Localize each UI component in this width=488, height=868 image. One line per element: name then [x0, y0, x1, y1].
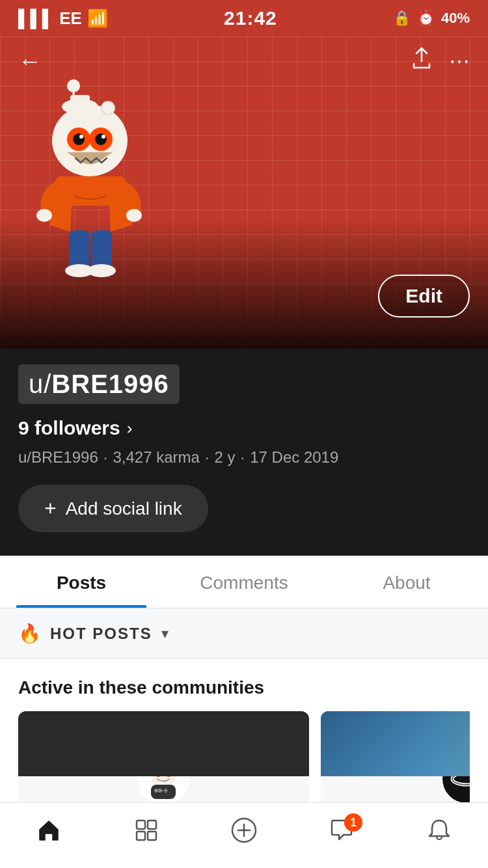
tab-posts[interactable]: Posts [0, 556, 163, 608]
back-button[interactable]: ← [18, 47, 42, 75]
banner-actions: ⋯ [410, 47, 470, 75]
svg-point-18 [87, 264, 116, 277]
join-date: 17 Dec 2019 [250, 448, 338, 467]
username-prefix: u/ [29, 370, 51, 398]
chat-badge: 1 [344, 813, 362, 832]
svg-point-5 [102, 102, 115, 115]
followers-count: 9 followers [18, 417, 120, 439]
stats-row: u/BRE1996 · 3,427 karma · 2 y · 17 Dec 2… [18, 448, 470, 467]
followers-row[interactable]: 9 followers › [18, 417, 470, 439]
tabs-bar: Posts Comments About [0, 556, 488, 608]
status-left: ▌▌▌ EE 📶 [18, 8, 108, 29]
karma-value: 3,427 karma [113, 448, 199, 467]
fire-icon: 🔥 [18, 623, 41, 644]
carrier-label: EE [59, 8, 82, 29]
svg-rect-26 [151, 785, 176, 799]
profile-info: u/BRE1996 9 followers › u/BRE1996 · 3,42… [0, 349, 488, 556]
svg-point-27 [154, 789, 158, 793]
svg-rect-34 [137, 821, 145, 829]
svg-rect-15 [69, 230, 90, 269]
lock-icon: 🔒 [393, 10, 411, 27]
halo-soldier [437, 711, 470, 776]
status-right: 🔒 ⏰ 40% [393, 10, 470, 27]
nav-notifications[interactable] [413, 813, 465, 852]
communities-icon [134, 818, 159, 848]
nav-chat[interactable]: 1 [316, 813, 368, 852]
banner-nav: ← ⋯ [0, 36, 488, 86]
avatar-area [18, 75, 161, 297]
plus-icon: + [44, 496, 57, 521]
share-icon [410, 47, 433, 70]
home-icon [36, 818, 61, 848]
svg-point-28 [158, 789, 162, 793]
add-social-button[interactable]: + Add social link [18, 485, 208, 532]
username-display: u/BRE1996 [29, 370, 169, 398]
profile-banner: ← ⋯ [0, 36, 488, 349]
bottom-nav: 1 [0, 802, 488, 868]
signal-icon: ▌▌▌ [18, 8, 54, 29]
communities-title: Active in these communities [18, 677, 470, 698]
filter-label: HOT POSTS [50, 625, 152, 643]
svg-point-10 [95, 133, 107, 145]
svg-point-12 [102, 135, 105, 139]
halo-banner [321, 711, 470, 776]
stats-dot2: · [205, 448, 210, 467]
nav-home[interactable] [23, 813, 75, 852]
stats-username: u/BRE1996 [18, 448, 98, 467]
snoo-avatar [18, 75, 161, 284]
nav-create[interactable] [218, 813, 270, 852]
account-age: 2 y [215, 448, 236, 467]
share-button[interactable] [410, 47, 433, 75]
stats-dot3: · [241, 448, 245, 467]
create-icon [231, 817, 257, 849]
status-bar: ▌▌▌ EE 📶 21:42 🔒 ⏰ 40% [0, 0, 488, 36]
svg-rect-16 [91, 230, 112, 269]
gaming-banner [18, 711, 309, 776]
svg-rect-36 [137, 832, 145, 840]
alarm-icon: ⏰ [417, 10, 435, 27]
filter-bar[interactable]: 🔥 HOT POSTS ▾ [0, 608, 488, 659]
add-social-label: Add social link [66, 498, 182, 519]
svg-rect-37 [148, 832, 156, 840]
svg-point-13 [36, 209, 52, 222]
tab-comments[interactable]: Comments [163, 556, 325, 608]
wifi-icon: 📶 [87, 8, 108, 29]
chevron-right-icon: › [127, 418, 133, 439]
svg-rect-35 [148, 821, 156, 829]
more-options-button[interactable]: ⋯ [449, 49, 470, 74]
status-time: 21:42 [224, 7, 277, 29]
dropdown-arrow-icon: ▾ [161, 625, 169, 642]
stats-dot1: · [103, 448, 108, 467]
svg-point-14 [126, 209, 142, 222]
svg-rect-30 [163, 790, 168, 791]
svg-point-9 [73, 133, 85, 145]
notification-icon [427, 818, 452, 848]
username-badge: u/BRE1996 [18, 364, 180, 404]
battery-label: 40% [441, 10, 470, 27]
nav-communities[interactable] [120, 813, 172, 852]
edit-button[interactable]: Edit [378, 275, 470, 318]
tab-about[interactable]: About [325, 556, 488, 608]
username-value: BRE1996 [51, 370, 169, 398]
svg-point-11 [79, 135, 83, 139]
